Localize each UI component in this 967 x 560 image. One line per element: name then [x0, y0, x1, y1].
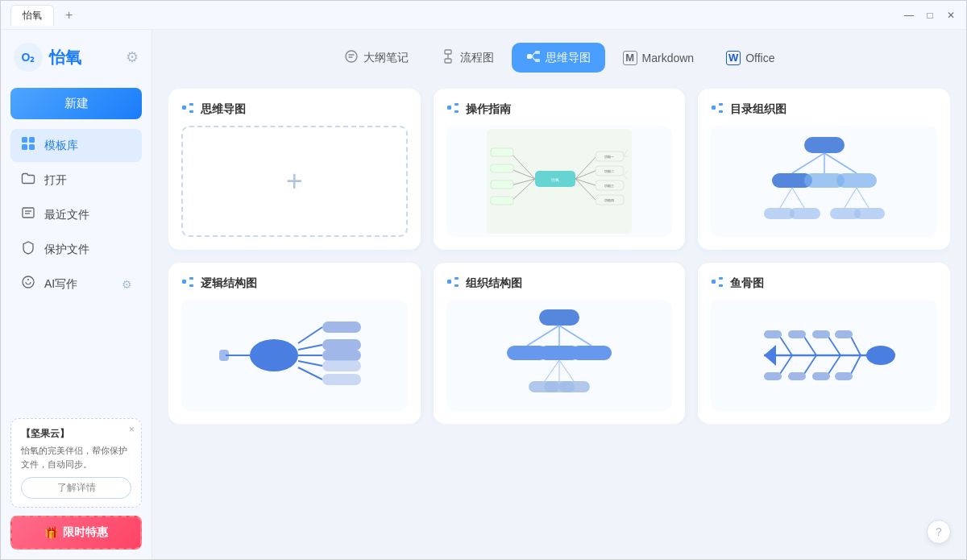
svg-rect-21	[189, 103, 193, 106]
svg-rect-46	[491, 180, 513, 189]
sidebar-item-label-template: 模板库	[44, 139, 78, 153]
protect-icon	[20, 240, 36, 259]
card-icon-toc	[711, 102, 724, 118]
sidebar-item-protect[interactable]: 保护文件	[10, 233, 142, 266]
svg-line-78	[298, 361, 322, 366]
svg-line-109	[780, 337, 792, 355]
cloud-learn-button[interactable]: 了解详情	[21, 477, 131, 499]
svg-rect-86	[219, 350, 229, 361]
sidebar-item-label-protect: 保护文件	[44, 243, 89, 257]
svg-line-75	[298, 327, 322, 343]
svg-rect-72	[189, 277, 193, 280]
card-label-blank: 思维导图	[201, 102, 246, 117]
cloud-promo-desc: 怡氧的完美伴侣，帮你保护文件，自动同步。	[21, 444, 131, 471]
template-card-guide[interactable]: 操作指南 怡氧 功能一	[434, 89, 686, 250]
card-icon-blank	[181, 102, 194, 118]
svg-rect-122	[812, 372, 830, 380]
add-tab-button[interactable]: +	[60, 6, 77, 24]
sidebar-item-recent[interactable]: 最近文件	[10, 198, 142, 231]
card-title-fish: 鱼骨图	[711, 276, 937, 292]
svg-rect-13	[445, 59, 451, 63]
tab-markdown-icon: M	[623, 51, 637, 65]
cloud-close-button[interactable]: ×	[129, 424, 135, 435]
svg-rect-112	[788, 330, 806, 338]
svg-rect-53	[712, 106, 716, 110]
tab-markdown-label: Markdown	[642, 52, 695, 64]
svg-rect-87	[447, 280, 451, 284]
sidebar-item-label-ai: AI写作	[44, 277, 77, 292]
promo-button[interactable]: 🎁 限时特惠	[10, 516, 142, 550]
titlebar: 怡氧 + — □ ✕	[1, 1, 966, 30]
tab-flowchart[interactable]: 流程图	[426, 43, 508, 73]
svg-text:O₂: O₂	[22, 51, 35, 64]
ai-settings-icon[interactable]: ⚙	[122, 278, 132, 291]
svg-rect-16	[535, 51, 540, 54]
template-card-org[interactable]: 组织结构图	[434, 263, 686, 424]
logic-preview-svg	[218, 303, 371, 408]
svg-text:功能一: 功能一	[604, 155, 614, 159]
app-logo: O₂	[14, 43, 43, 72]
tab-outline-icon	[344, 49, 359, 66]
guide-preview-svg: 怡氧 功能一 功能二 功能三 功能四	[487, 129, 632, 234]
tab-outline[interactable]: 大纲笔记	[330, 43, 423, 73]
template-icon	[20, 136, 36, 155]
svg-rect-81	[322, 339, 361, 351]
template-card-logic[interactable]: 逻辑结构图	[168, 263, 421, 424]
svg-line-76	[298, 345, 322, 350]
card-preview-blank: +	[181, 126, 408, 237]
new-button[interactable]: 新建	[10, 88, 142, 119]
sidebar-item-open[interactable]: 打开	[10, 164, 142, 197]
tab-mindmap[interactable]: 思维导图	[512, 43, 605, 73]
tab-flowchart-label: 流程图	[460, 51, 494, 65]
svg-rect-84	[322, 374, 361, 385]
svg-line-57	[792, 153, 824, 173]
svg-rect-120	[788, 372, 806, 380]
svg-rect-89	[454, 284, 459, 287]
svg-line-64	[792, 188, 804, 208]
template-grid: 思维导图 + 操作指南	[168, 89, 950, 424]
svg-rect-90	[539, 309, 579, 326]
help-button[interactable]: ?	[927, 520, 951, 544]
svg-rect-70	[854, 208, 885, 219]
svg-rect-105	[719, 284, 723, 287]
template-card-blank[interactable]: 思维导图 +	[168, 89, 421, 250]
svg-line-123	[851, 355, 861, 374]
svg-rect-23	[447, 106, 451, 110]
minimize-button[interactable]: —	[903, 10, 915, 21]
tab-markdown[interactable]: M Markdown	[608, 44, 709, 72]
svg-marker-108	[764, 345, 776, 366]
cloud-promo-title: 【坚果云】	[21, 427, 131, 441]
card-icon-org	[446, 276, 459, 292]
settings-icon[interactable]: ⚙	[126, 48, 139, 66]
svg-rect-17	[535, 59, 540, 62]
svg-rect-73	[189, 284, 193, 287]
promo-icon: 🎁	[44, 526, 58, 539]
card-preview-toc	[711, 126, 937, 237]
tab-office[interactable]: W Office	[712, 44, 789, 72]
close-button[interactable]: ✕	[945, 10, 957, 21]
svg-rect-103	[712, 280, 716, 284]
restore-button[interactable]: □	[924, 10, 936, 21]
svg-text:功能三: 功能三	[604, 184, 614, 188]
card-label-guide: 操作指南	[466, 102, 511, 117]
svg-rect-102	[559, 381, 590, 392]
template-card-fish[interactable]: 鱼骨图	[698, 263, 950, 424]
template-card-toc[interactable]: 目录组织图	[698, 89, 950, 250]
svg-rect-3	[29, 137, 35, 143]
window-controls: — □ ✕	[903, 10, 957, 21]
svg-rect-20	[182, 106, 186, 110]
org-preview-svg	[487, 303, 632, 408]
svg-rect-124	[835, 372, 853, 380]
toc-preview-svg	[752, 129, 897, 234]
sidebar-item-template[interactable]: 模板库	[10, 129, 142, 162]
sidebar-item-ai[interactable]: AI写作 ⚙	[10, 268, 142, 301]
card-label-fish: 鱼骨图	[730, 276, 764, 291]
svg-line-59	[824, 153, 857, 173]
svg-line-117	[780, 355, 792, 374]
app-tab[interactable]: 怡氧	[10, 5, 54, 26]
svg-point-74	[250, 339, 298, 371]
svg-point-10	[27, 279, 29, 280]
card-title-guide: 操作指南	[446, 102, 673, 118]
tab-flowchart-icon	[441, 49, 455, 66]
app-tab-label: 怡氧	[23, 9, 42, 23]
